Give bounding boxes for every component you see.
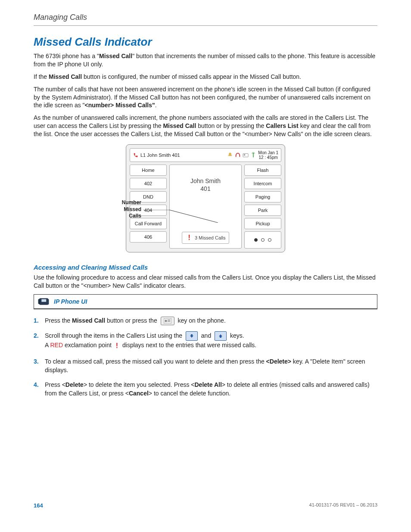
subsection-title: Accessing and Clearing Missed Calls — [34, 264, 377, 271]
svg-rect-12 — [168, 320, 170, 320]
softkey-page-dots[interactable] — [244, 231, 281, 249]
softkey-406[interactable]: 406 — [130, 231, 167, 243]
svg-rect-8 — [41, 299, 46, 302]
svg-rect-9 — [39, 299, 40, 304]
softkey-402[interactable]: 402 — [130, 178, 167, 189]
phone-line-icon — [133, 152, 139, 158]
phone-user-name: John Smith 401 — [190, 177, 221, 193]
page-dot-1-icon — [254, 238, 258, 242]
phone-mock: L1 John Smith 401 Mon Jan 1 12 : 45pm Ho… — [126, 144, 285, 252]
page-dot-2-icon — [261, 238, 265, 242]
signal-icon — [250, 152, 256, 158]
paragraph-4: As the number of unanswered calls increm… — [34, 114, 377, 138]
down-arrow-key-icon — [186, 331, 198, 341]
right-softkeys: Flash Intercom Paging Park Pickup — [244, 165, 281, 249]
page-dot-3-icon — [268, 238, 271, 242]
card-icon — [243, 152, 249, 158]
ui-panel-label: IP Phone UI — [54, 298, 87, 305]
step-number: 4. — [34, 380, 40, 398]
section-title: Missed Calls Indicator — [34, 35, 377, 49]
svg-rect-3 — [240, 156, 240, 157]
step-number: 3. — [34, 357, 40, 375]
callers-list-key-icon — [161, 317, 174, 325]
page-header: Managing Calls — [34, 13, 377, 26]
step-number: 2. — [34, 331, 40, 351]
revision-text: 41-001317-05 REV01 – 06.2013 — [309, 502, 377, 509]
paragraph-5: Use the following procedure to access an… — [34, 274, 377, 290]
status-line-text: L1 John Smith 401 — [140, 152, 180, 158]
step-number: 1. — [34, 316, 40, 325]
exclamation-icon: ! — [188, 234, 190, 242]
softkey-park[interactable]: Park — [244, 205, 281, 216]
bell-icon — [227, 152, 233, 158]
step-1: 1. Press the Missed Call button or press… — [34, 316, 377, 325]
svg-rect-5 — [244, 154, 246, 156]
softkey-callforward[interactable]: Call Forward — [130, 218, 167, 229]
missed-calls-button[interactable]: ! 3 Missed Calls — [182, 232, 230, 244]
step-2: 2. Scroll through the items in the Calle… — [34, 331, 377, 351]
svg-rect-2 — [236, 156, 237, 157]
svg-point-6 — [253, 153, 255, 155]
paragraph-3: The number of calls that have not been a… — [34, 85, 377, 110]
page-number: 164 — [34, 502, 43, 509]
ip-phone-icon — [37, 297, 50, 306]
softkey-paging[interactable]: Paging — [244, 191, 281, 202]
softkey-home[interactable]: Home — [130, 165, 167, 176]
svg-rect-13 — [168, 321, 170, 322]
page-footer: 164 41-001317-05 REV01 – 06.2013 — [34, 502, 377, 509]
softkey-pickup[interactable]: Pickup — [244, 218, 281, 229]
step-3: 3. To clear a missed call, press the mis… — [34, 357, 377, 375]
paragraph-1: The 6739i phone has a "Missed Call" butt… — [34, 52, 377, 68]
callout-label: Number Missed Calls — [111, 199, 141, 220]
phone-diagram: Number Missed Calls L1 John Smith 401 Mo… — [34, 144, 377, 252]
phone-statusbar: L1 John Smith 401 Mon Jan 1 12 : 45pm — [130, 148, 281, 162]
step-4: 4. Press <Delete> to delete the item you… — [34, 380, 377, 398]
svg-point-11 — [165, 320, 167, 322]
paragraph-2: If the Missed Call button is configured,… — [34, 73, 377, 81]
softkey-flash[interactable]: Flash — [244, 165, 281, 176]
exclamation-icon: ! — [116, 341, 118, 351]
up-arrow-key-icon — [215, 331, 227, 341]
headset-icon — [235, 152, 241, 158]
phone-center-pane: John Smith 401 ! 3 Missed Calls — [169, 165, 242, 249]
steps-list: 1. Press the Missed Call button or press… — [34, 316, 377, 398]
status-datetime: Mon Jan 1 12 : 45pm — [258, 150, 278, 160]
softkey-intercom[interactable]: Intercom — [244, 178, 281, 189]
ui-panel: IP Phone UI — [34, 294, 377, 309]
